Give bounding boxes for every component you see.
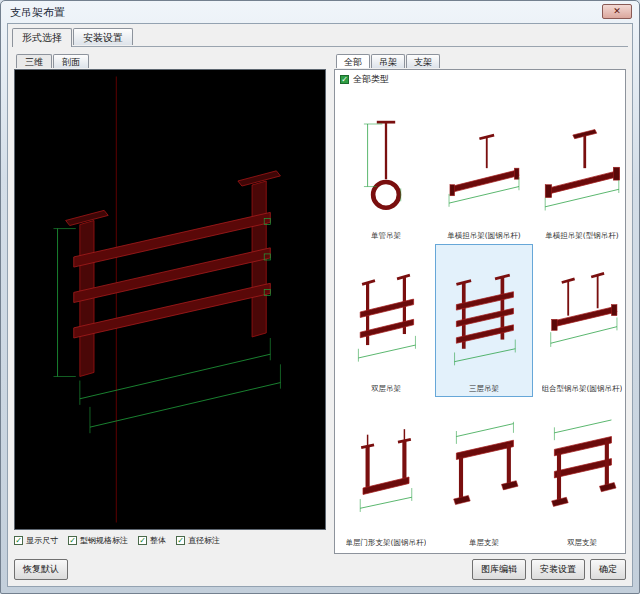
window-title: 支吊架布置	[10, 5, 65, 20]
preview-options-row: ✓ 显示尺寸 ✓ 型钢规格标注 ✓ 整体 ✓ 直径标注	[14, 532, 326, 548]
gallery-item-single-layer-support[interactable]: 单层支架	[435, 397, 533, 551]
all-types-label: 全部类型	[353, 73, 389, 86]
single-layer-support-thumbnail	[438, 418, 530, 536]
ok-button[interactable]: 确定	[590, 559, 626, 580]
three-tier-hanger-3d-drawing	[15, 70, 325, 529]
checkbox-diameter-annotation[interactable]: ✓ 直径标注	[176, 535, 220, 546]
checkbox-steel-spec-annotation[interactable]: ✓ 型钢规格标注	[68, 535, 128, 546]
combined-steel-hanger-thumbnail	[536, 264, 626, 382]
tab-hangers[interactable]: 吊架	[371, 54, 405, 68]
footer-button-group: 图库编辑 安装设置 确定	[472, 559, 626, 580]
single-crossbar-steel-rod-thumbnail	[536, 111, 626, 229]
tab-section-view[interactable]: 剖面	[53, 54, 89, 68]
3d-viewport[interactable]	[14, 69, 326, 530]
gallery-item-combined-steel-hanger[interactable]: 组合型钢吊架(圆钢吊杆)	[533, 244, 626, 398]
install-settings-button[interactable]: 安装设置	[531, 559, 585, 580]
gallery-grid: 单管吊架 单横担	[337, 90, 623, 551]
tab-3d-view[interactable]: 三维	[16, 54, 52, 68]
checkbox-icon: ✓	[14, 536, 23, 545]
checkbox-icon: ✓	[138, 536, 147, 545]
gallery-item-label: 三层吊架	[469, 384, 499, 393]
gallery-item-label: 双层吊架	[371, 384, 401, 393]
gallery-list: ✓ 全部类型	[334, 69, 626, 554]
all-types-checkbox-icon: ✓	[340, 75, 349, 84]
library-edit-button[interactable]: 图库编辑	[472, 559, 526, 580]
gallery-item-two-tier-hanger[interactable]: 双层吊架	[337, 244, 435, 398]
checkbox-icon: ✓	[68, 536, 77, 545]
dialog-window: 支吊架布置 ✕ 形式选择 安装设置 三维 剖面	[0, 0, 640, 594]
tab-form-selection[interactable]: 形式选择	[12, 28, 72, 47]
two-tier-hanger-thumbnail	[340, 264, 432, 382]
checkbox-label: 直径标注	[188, 535, 220, 546]
three-tier-hanger-thumbnail	[438, 264, 530, 382]
gallery-item-three-tier-hanger[interactable]: 三层吊架	[435, 244, 533, 398]
gallery-item-double-layer-support[interactable]: 双层支架	[533, 397, 626, 551]
restore-default-button[interactable]: 恢复默认	[14, 559, 68, 580]
checkbox-label: 整体	[150, 535, 166, 546]
gallery-item-label: 双层支架	[567, 538, 597, 547]
gallery-item-label: 单管吊架	[371, 231, 401, 240]
gallery-panel: 全部 吊架 支架 ✓ 全部类型	[334, 54, 626, 554]
single-crossbar-round-rod-thumbnail	[438, 111, 530, 229]
checkbox-whole[interactable]: ✓ 整体	[138, 535, 166, 546]
tab-install-settings[interactable]: 安装设置	[73, 28, 133, 45]
footer-bar: 恢复默认 图库编辑 安装设置 确定	[14, 559, 626, 581]
gallery-item-door-shaped-support[interactable]: 单层门形支架(圆钢吊杆)	[337, 397, 435, 551]
dialog-body: 形式选择 安装设置 三维 剖面	[7, 23, 633, 587]
checkbox-show-dimensions[interactable]: ✓ 显示尺寸	[14, 535, 58, 546]
tab-supports[interactable]: 支架	[406, 54, 440, 68]
close-button[interactable]: ✕	[602, 4, 632, 19]
checkbox-icon: ✓	[176, 536, 185, 545]
gallery-item-single-pipe-hanger[interactable]: 单管吊架	[337, 90, 435, 244]
gallery-item-label: 单横担吊架(圆钢吊杆)	[447, 231, 520, 240]
all-types-row[interactable]: ✓ 全部类型	[335, 70, 625, 87]
gallery-item-label: 单层门形支架(圆钢吊杆)	[346, 538, 427, 547]
checkbox-label: 型钢规格标注	[80, 535, 128, 546]
single-pipe-hanger-thumbnail	[340, 111, 432, 229]
checkbox-label: 显示尺寸	[26, 535, 58, 546]
preview-tab-strip: 三维 剖面	[16, 54, 326, 68]
title-bar[interactable]: 支吊架布置 ✕	[1, 1, 639, 22]
gallery-tab-strip: 全部 吊架 支架	[336, 54, 626, 68]
door-shaped-support-thumbnail	[340, 418, 432, 536]
main-tab-strip: 形式选择 安装设置	[12, 28, 133, 47]
gallery-item-single-crossbar-round-rod[interactable]: 单横担吊架(圆钢吊杆)	[435, 90, 533, 244]
gallery-item-label: 单层支架	[469, 538, 499, 547]
tab-all[interactable]: 全部	[336, 54, 370, 68]
tab-divider	[12, 46, 628, 47]
preview-panel: 三维 剖面	[14, 54, 326, 548]
gallery-item-single-crossbar-steel-rod[interactable]: 单横担吊架(型钢吊杆)	[533, 90, 626, 244]
double-layer-support-thumbnail	[536, 418, 626, 536]
gallery-item-label: 组合型钢吊架(圆钢吊杆)	[542, 384, 623, 393]
gallery-item-label: 单横担吊架(型钢吊杆)	[545, 231, 618, 240]
